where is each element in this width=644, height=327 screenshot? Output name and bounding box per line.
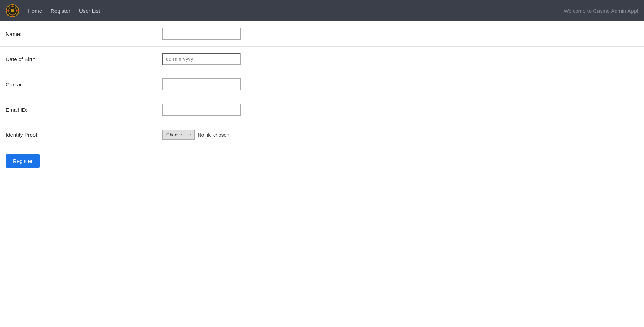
- register-button[interactable]: Register: [6, 154, 40, 168]
- email-input[interactable]: [162, 104, 241, 116]
- choose-file-button[interactable]: Choose File: [162, 130, 195, 140]
- identity-proof-label: Identity Proof:: [6, 132, 162, 138]
- dob-input[interactable]: [162, 53, 241, 65]
- contact-input[interactable]: [162, 78, 241, 90]
- registration-form: Name: Date of Birth: Contact: Email ID: …: [0, 21, 644, 147]
- email-label: Email ID:: [6, 107, 162, 113]
- file-upload-section: Choose File No file chosen: [162, 130, 229, 140]
- register-link[interactable]: Register: [51, 8, 70, 14]
- casino-logo-icon: [6, 4, 19, 17]
- name-label: Name:: [6, 31, 162, 37]
- contact-label: Contact:: [6, 81, 162, 88]
- name-input[interactable]: [162, 28, 241, 40]
- dob-row: Date of Birth:: [0, 47, 644, 72]
- identity-proof-row: Identity Proof: Choose File No file chos…: [0, 122, 644, 147]
- svg-point-2: [11, 9, 14, 12]
- home-link[interactable]: Home: [28, 8, 42, 14]
- navbar-left: Home Register User List: [6, 4, 100, 17]
- user-list-link[interactable]: User List: [79, 8, 100, 14]
- name-row: Name:: [0, 21, 644, 47]
- dob-label: Date of Birth:: [6, 56, 162, 62]
- email-row: Email ID:: [0, 97, 644, 122]
- navbar: Home Register User List Welcome to Casin…: [0, 0, 644, 21]
- navbar-links: Home Register User List: [28, 8, 100, 14]
- no-file-text: No file chosen: [198, 132, 229, 138]
- welcome-text: Welcome to Casino Admin App!: [564, 8, 638, 14]
- contact-row: Contact:: [0, 72, 644, 97]
